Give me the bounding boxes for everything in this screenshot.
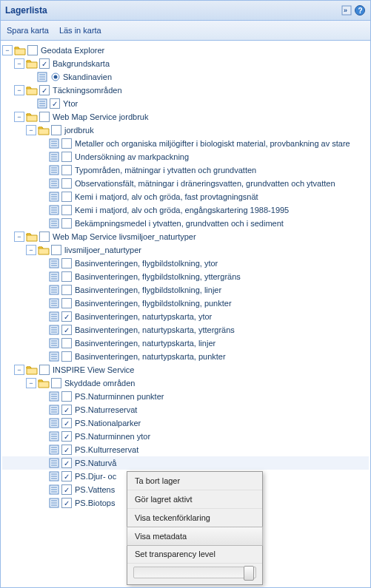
tree-node[interactable]: PS.Naturminnen ytor	[2, 430, 369, 443]
context-menu-item[interactable]: Gör lagret aktivt	[127, 490, 262, 509]
tree-node-label: Typområden, mätningar i ytvatten och gru…	[75, 166, 256, 175]
expand-toggle[interactable]: −	[26, 245, 36, 255]
layer-checkbox[interactable]	[61, 418, 72, 428]
tree-node[interactable]: Basinventeringen, naturtypskarta, punkte…	[2, 350, 369, 363]
layer-checkbox[interactable]	[51, 125, 61, 135]
svg-text:?: ?	[358, 7, 363, 15]
tree-node[interactable]: Basinventeringen, flygbildstolkning, pun…	[2, 297, 369, 310]
context-menu-item[interactable]: Visa teckenförklaring	[127, 509, 262, 527]
layer-checkbox[interactable]	[61, 458, 72, 468]
layer-checkbox[interactable]	[61, 152, 72, 162]
layer-checkbox[interactable]	[61, 338, 72, 348]
layer-checkbox[interactable]	[39, 232, 50, 242]
tree-node[interactable]: PS.Kulturreservat	[2, 443, 369, 456]
tree-node-label: Täckningsområden	[53, 86, 122, 95]
tree-node[interactable]: Observationsfält, mätningar i dränerings…	[2, 177, 369, 190]
tree-node-label: Basinventeringen, naturtypskarta, linjer	[75, 339, 215, 348]
tree-node[interactable]: −Web Map Service livsmiljoer_naturtyper	[2, 230, 369, 243]
expand-toggle[interactable]: −	[26, 125, 36, 135]
expand-toggle[interactable]: −	[26, 378, 36, 388]
layer-checkbox[interactable]	[39, 85, 50, 95]
tree-node[interactable]: Ytor	[2, 97, 369, 110]
tree-node[interactable]: −Geodata Explorer	[2, 44, 369, 57]
layer-checkbox[interactable]	[61, 205, 72, 215]
tree-node-label: Bekämpningsmedel i ytvatten, grundvatten…	[75, 219, 284, 228]
layer-checkbox[interactable]	[51, 245, 61, 255]
tree-node-label: Basinventeringen, flygbildstolkning, yto…	[75, 259, 218, 268]
save-map-button[interactable]: Spara karta	[7, 26, 49, 35]
layer-checkbox[interactable]	[51, 378, 61, 388]
expand-toggle[interactable]: −	[14, 85, 24, 95]
tree-node[interactable]: Bekämpningsmedel i ytvatten, grundvatten…	[2, 217, 369, 230]
folder-icon	[26, 231, 38, 243]
layer-checkbox[interactable]	[61, 165, 72, 175]
layer-checkbox[interactable]	[61, 178, 72, 189]
tree-node[interactable]: Basinventeringen, naturtypskarta, ytor	[2, 310, 369, 323]
layer-checkbox[interactable]	[61, 498, 72, 508]
tree-node[interactable]: Kemi i matjord, alv och gröda, fast prov…	[2, 190, 369, 203]
context-menu-item[interactable]: Set transparency level	[127, 545, 262, 564]
context-menu-item[interactable]: Ta bort lager	[127, 472, 262, 490]
layer-checkbox[interactable]	[27, 45, 38, 55]
radio-icon[interactable]	[50, 71, 61, 83]
layer-checkbox[interactable]	[61, 285, 72, 295]
layer-checkbox[interactable]	[39, 112, 50, 122]
layer-checkbox[interactable]	[61, 192, 72, 202]
tree-node[interactable]: Basinventeringen, naturtypskarta, ytterg…	[2, 323, 369, 337]
help-icon[interactable]: ?	[354, 4, 366, 16]
layer-checkbox[interactable]	[61, 484, 72, 495]
layer-checkbox[interactable]	[61, 431, 72, 442]
layer-icon	[48, 284, 60, 296]
context-menu-item[interactable]: Visa metadata	[127, 527, 263, 546]
layer-checkbox[interactable]	[39, 365, 50, 375]
expand-toggle[interactable]: −	[14, 232, 24, 242]
tree-node[interactable]: PS.Nationalparker	[2, 416, 369, 430]
tree-node[interactable]: −jordbruk	[2, 124, 369, 137]
load-map-button[interactable]: Läs in karta	[59, 26, 101, 35]
expand-toggle[interactable]: −	[14, 112, 24, 122]
tree-node-label: Undersökning av markpackning	[75, 152, 189, 161]
layer-checkbox[interactable]	[61, 405, 72, 415]
layer-checkbox[interactable]	[61, 391, 72, 402]
layer-checkbox[interactable]	[61, 445, 72, 455]
expand-toggle[interactable]: −	[2, 45, 13, 55]
layer-checkbox[interactable]	[61, 271, 72, 282]
layer-checkbox[interactable]	[61, 471, 72, 481]
tree-node[interactable]: −INSPIRE View Service	[2, 363, 369, 376]
tree-node[interactable]: Skandinavien	[2, 70, 369, 84]
tree-node[interactable]: PS.Naturminnen punkter	[2, 390, 369, 403]
tree-node[interactable]: −Skyddade områden	[2, 376, 369, 390]
layer-checkbox[interactable]	[61, 351, 72, 362]
layer-icon	[48, 430, 60, 442]
tree-node[interactable]: PS.Naturvå	[2, 456, 369, 470]
tree-node[interactable]: Undersökning av markpackning	[2, 150, 369, 163]
layer-checkbox[interactable]	[61, 138, 72, 149]
tree-node[interactable]: Metaller och organiska miljögifter i bio…	[2, 137, 369, 150]
transparency-slider[interactable]	[133, 567, 256, 578]
layer-checkbox[interactable]	[61, 311, 72, 322]
tree-node[interactable]: Basinventeringen, flygbildstolkning, yto…	[2, 257, 369, 270]
tree-node[interactable]: −Täckningsområden	[2, 84, 369, 97]
layer-checkbox[interactable]	[61, 325, 72, 335]
tree-node[interactable]: Kemi i matjord, alv och gröda, engångska…	[2, 203, 369, 217]
layer-checkbox[interactable]	[61, 218, 72, 229]
layer-icon	[48, 297, 60, 309]
tree-node[interactable]: Typområden, mätningar i ytvatten och gru…	[2, 163, 369, 177]
tree-node[interactable]: Basinventeringen, flygbildstolkning, ytt…	[2, 270, 369, 283]
tree-node[interactable]: −livsmiljoer_naturtyper	[2, 243, 369, 257]
tree-node[interactable]: Basinventeringen, flygbildstolkning, lin…	[2, 283, 369, 297]
layer-checkbox[interactable]	[39, 58, 50, 69]
layer-tree: −Geodata Explorer−BakgrundskartaSkandina…	[1, 41, 370, 513]
tree-node-label: PS.Djur- oc	[75, 472, 116, 481]
tree-node[interactable]: −Web Map Service jordbruk	[2, 110, 369, 124]
expand-toggle[interactable]: −	[14, 365, 24, 375]
layer-checkbox[interactable]	[61, 298, 72, 308]
tree-node[interactable]: PS.Naturreservat	[2, 403, 369, 416]
tree-node[interactable]: Basinventeringen, naturtypskarta, linjer	[2, 337, 369, 350]
layer-checkbox[interactable]	[50, 98, 60, 109]
expand-toggle[interactable]: −	[14, 58, 24, 69]
collapse-icon[interactable]: »	[341, 4, 352, 16]
tree-node[interactable]: −Bakgrundskarta	[2, 57, 369, 70]
layer-checkbox[interactable]	[61, 258, 72, 268]
slider-thumb[interactable]	[244, 566, 254, 581]
